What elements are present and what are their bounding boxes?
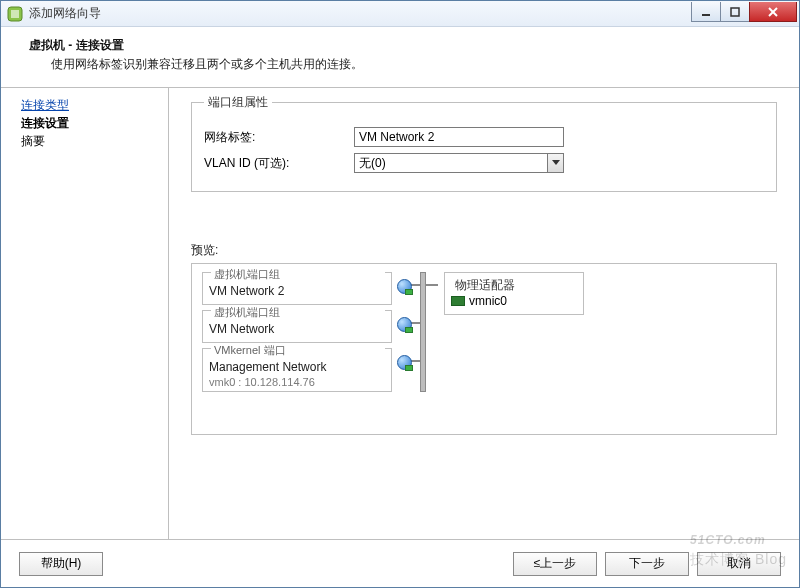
titlebar[interactable]: 添加网络向导 — [1, 1, 799, 27]
cancel-button[interactable]: 取消 — [697, 552, 781, 576]
portgroup-type-label: 虚拟机端口组 — [211, 267, 385, 282]
vlan-id-label: VLAN ID (可选): — [204, 155, 354, 172]
close-button[interactable] — [749, 2, 797, 22]
portgroup-name: VM Network 2 — [209, 284, 385, 298]
network-icon — [397, 279, 413, 295]
network-preview: 虚拟机端口组 VM Network 2 虚拟机端口组 VM Network VM… — [191, 263, 777, 435]
portgroup-box: 虚拟机端口组 VM Network 2 — [202, 272, 392, 305]
wizard-content: 端口组属性 网络标签: VLAN ID (可选): 无(0) 预览: — [169, 88, 799, 540]
app-icon — [7, 6, 23, 22]
vlan-id-value: 无(0) — [359, 155, 386, 172]
physical-nic-name: vmnic0 — [469, 294, 507, 308]
vswitch-bus — [420, 272, 426, 392]
network-icon — [397, 317, 413, 333]
page-title: 虚拟机 - 连接设置 — [29, 37, 779, 54]
step-connection-settings[interactable]: 连接设置 — [21, 114, 162, 132]
page-subtitle: 使用网络标签识别兼容迁移且两个或多个主机共用的连接。 — [29, 56, 779, 73]
svg-rect-1 — [11, 10, 19, 18]
wizard-footer: 帮助(H) ≤上一步 下一步 取消 — [1, 539, 799, 587]
portgroup-name: VM Network — [209, 322, 385, 336]
preview-label: 预览: — [191, 242, 777, 259]
step-connection-type[interactable]: 连接类型 — [21, 96, 162, 114]
wizard-steps-sidebar: 连接类型 连接设置 摘要 — [1, 88, 169, 540]
vmkernel-box: VMkernel 端口 Management Network vmk0 : 10… — [202, 348, 392, 392]
physical-adapter-legend: 物理适配器 — [451, 277, 577, 294]
network-label-label: 网络标签: — [204, 129, 354, 146]
vmkernel-ip: vmk0 : 10.128.114.76 — [209, 376, 385, 388]
network-label-input[interactable] — [354, 127, 564, 147]
network-icon — [397, 355, 413, 371]
minimize-button[interactable] — [691, 2, 721, 22]
window-title: 添加网络向导 — [29, 5, 101, 22]
physical-adapter-box: 物理适配器 vmnic0 — [444, 272, 584, 315]
next-button[interactable]: 下一步 — [605, 552, 689, 576]
portgroup-box: 虚拟机端口组 VM Network — [202, 310, 392, 343]
chevron-down-icon — [547, 154, 563, 172]
help-button[interactable]: 帮助(H) — [19, 552, 103, 576]
vmkernel-name: Management Network — [209, 360, 385, 374]
portgroup-legend: 端口组属性 — [204, 94, 272, 111]
vlan-id-select[interactable]: 无(0) — [354, 153, 564, 173]
nic-icon — [451, 296, 465, 306]
portgroup-type-label: 虚拟机端口组 — [211, 305, 385, 320]
svg-rect-3 — [731, 8, 739, 16]
back-button[interactable]: ≤上一步 — [513, 552, 597, 576]
vmkernel-type-label: VMkernel 端口 — [211, 343, 385, 358]
svg-marker-6 — [552, 160, 560, 165]
step-summary: 摘要 — [21, 132, 162, 150]
maximize-button[interactable] — [720, 2, 750, 22]
connector — [426, 284, 438, 286]
window-buttons — [692, 2, 797, 22]
wizard-window: 添加网络向导 虚拟机 - 连接设置 使用网络标签识别兼容迁移且两个或多个主机共用… — [0, 0, 800, 588]
portgroup-properties-group: 端口组属性 网络标签: VLAN ID (可选): 无(0) — [191, 94, 777, 192]
wizard-header: 虚拟机 - 连接设置 使用网络标签识别兼容迁移且两个或多个主机共用的连接。 — [1, 27, 799, 88]
